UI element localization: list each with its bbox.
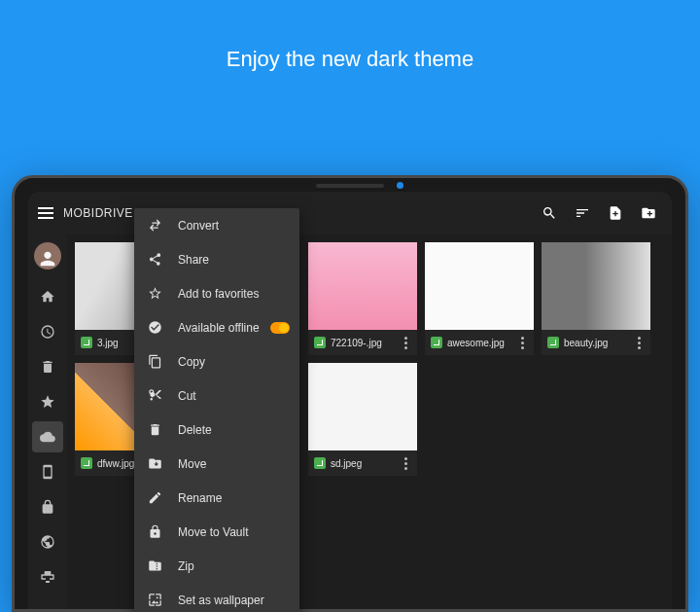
file-type-icon	[314, 337, 326, 348]
nav-network[interactable]	[32, 561, 63, 593]
file-card[interactable]: beauty.jpg	[542, 242, 650, 355]
topbar: MOBIDRIVE	[28, 192, 672, 234]
menu-label: Share	[178, 253, 286, 267]
avatar[interactable]	[34, 242, 61, 270]
context-menu: Convert Share Add to favorites Available…	[134, 208, 299, 612]
file-more-icon[interactable]	[400, 455, 411, 471]
file-card[interactable]: sd.jpeg	[308, 363, 417, 476]
file-thumbnail	[308, 363, 417, 450]
menu-label: Convert	[178, 219, 286, 233]
file-more-icon[interactable]	[633, 335, 645, 350]
menu-delete[interactable]: Delete	[134, 413, 299, 447]
menu-rename[interactable]: Rename	[134, 481, 299, 515]
menu-cut[interactable]: Cut	[134, 378, 299, 413]
menu-offline[interactable]: Available offline	[134, 310, 299, 344]
menu-share[interactable]: Share	[134, 242, 299, 276]
file-thumbnail	[308, 242, 417, 330]
search-icon[interactable]	[542, 205, 557, 221]
nav-trash[interactable]	[32, 351, 63, 382]
file-type-icon	[81, 337, 92, 348]
file-name: 722109-.jpg	[331, 338, 395, 348]
offline-toggle[interactable]	[270, 322, 290, 334]
file-type-icon	[547, 337, 559, 348]
nav-cloud[interactable]	[32, 421, 63, 452]
menu-label: Move	[178, 457, 286, 471]
tablet-speaker	[316, 184, 384, 188]
menu-wallpaper[interactable]: Set as wallpaper	[134, 583, 299, 612]
file-card[interactable]: awesome.jpg	[425, 242, 534, 355]
nav-secure[interactable]	[32, 491, 63, 522]
menu-copy[interactable]: Copy	[134, 344, 299, 378]
menu-label: Cut	[178, 389, 286, 403]
file-thumbnail	[542, 242, 650, 330]
menu-button[interactable]	[28, 212, 63, 214]
file-more-icon[interactable]	[516, 335, 528, 350]
menu-label: Rename	[178, 491, 286, 505]
menu-label: Add to favorites	[178, 287, 286, 301]
menu-label: Delete	[178, 423, 286, 437]
new-file-icon[interactable]	[608, 205, 623, 221]
file-type-icon	[314, 457, 326, 469]
file-type-icon	[81, 457, 92, 469]
app-title: MOBIDRIVE	[63, 206, 133, 220]
app-screen: MOBIDRIVE	[28, 192, 672, 609]
file-name: beauty.jpg	[564, 338, 628, 348]
file-thumbnail	[425, 242, 534, 330]
tablet-frame: MOBIDRIVE	[12, 175, 688, 612]
nav-device[interactable]	[32, 456, 63, 487]
menu-zip[interactable]: Zip	[134, 549, 299, 583]
tablet-camera	[397, 182, 403, 189]
menu-label: Move to Vault	[178, 525, 286, 539]
new-folder-icon[interactable]	[641, 205, 656, 221]
menu-label: Zip	[178, 559, 286, 573]
menu-label: Copy	[178, 355, 286, 369]
promo-title: Enjoy the new dark theme	[0, 0, 700, 72]
menu-move[interactable]: Move	[134, 447, 299, 481]
file-type-icon	[431, 337, 442, 348]
nav-web[interactable]	[32, 526, 63, 558]
menu-label: Set as wallpaper	[178, 594, 286, 607]
menu-favorite[interactable]: Add to favorites	[134, 276, 299, 310]
nav-recent[interactable]	[32, 316, 63, 347]
menu-convert[interactable]: Convert	[134, 208, 299, 242]
file-more-icon[interactable]	[400, 335, 411, 350]
nav-favorites[interactable]	[32, 386, 63, 417]
menu-vault[interactable]: Move to Vault	[134, 515, 299, 549]
file-name: sd.jpeg	[331, 458, 395, 469]
file-name: awesome.jpg	[447, 338, 511, 348]
sort-icon[interactable]	[575, 205, 590, 221]
nav-rail	[28, 234, 67, 609]
file-card[interactable]: 722109-.jpg	[308, 242, 417, 355]
nav-home[interactable]	[32, 281, 63, 312]
